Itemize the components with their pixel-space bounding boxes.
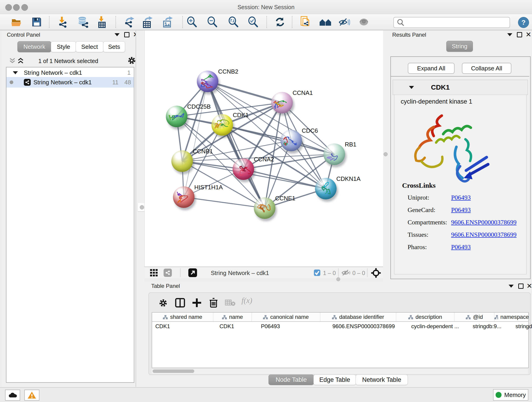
fit-selection-crosshair-icon[interactable] xyxy=(371,268,381,278)
network-node-CDK1[interactable] xyxy=(211,114,233,136)
panel-close-icon[interactable]: ✕ xyxy=(526,284,532,288)
crosslink-link[interactable]: P06493 xyxy=(451,194,471,201)
hide-glass-eye-icon[interactable] xyxy=(338,16,350,28)
crosslink-link[interactable]: P06493 xyxy=(451,206,471,214)
table-cell[interactable]: P06493 xyxy=(258,322,329,331)
tab-style[interactable]: Style xyxy=(51,41,76,52)
network-node-CCNB1[interactable] xyxy=(171,150,193,172)
cloud-status-button[interactable] xyxy=(5,390,20,401)
birds-eye-grid-icon[interactable] xyxy=(150,269,158,277)
show-columns-icon[interactable] xyxy=(175,298,185,307)
tab-network[interactable]: Network xyxy=(17,41,51,52)
import-network-from-database-icon[interactable] xyxy=(77,16,89,28)
table-cell[interactable]: 9606.ENSP00000378699 xyxy=(329,322,408,331)
panel-menu-icon[interactable] xyxy=(507,33,512,36)
collapse-all-button[interactable]: Collapse All xyxy=(462,63,511,74)
column-header-name[interactable]: name xyxy=(213,313,252,321)
column-header-shared-name[interactable]: shared name xyxy=(152,313,213,321)
panel-float-icon[interactable] xyxy=(124,32,129,37)
network-options-gear-icon[interactable] xyxy=(127,56,136,65)
export-network-icon[interactable] xyxy=(123,16,135,28)
panel-float-icon[interactable] xyxy=(517,32,522,37)
table-cell[interactable]: CDK1 xyxy=(152,322,216,331)
network-node-RB1[interactable] xyxy=(323,143,345,165)
panel-close-icon[interactable]: ✕ xyxy=(526,32,531,37)
toolbar-separator xyxy=(180,268,181,277)
export-table-icon[interactable] xyxy=(142,16,154,28)
network-node-CCNA1[interactable] xyxy=(271,92,293,114)
crosslink-link[interactable]: P06493 xyxy=(451,243,471,251)
memory-button[interactable]: Memory xyxy=(493,389,528,401)
network-node-CCNA2[interactable] xyxy=(233,158,254,180)
network-canvas[interactable]: CCNB2CCNA1CDC25BCDK1CDC6RB1CCNB1CCNA2CDK… xyxy=(144,31,384,267)
collapse-all-icon[interactable] xyxy=(9,57,17,64)
table-header-row: shared namenamecanonical namedatabase id… xyxy=(152,313,528,322)
tab-network-table[interactable]: Network Table xyxy=(355,375,408,385)
bottom-splitter-handle[interactable] xyxy=(336,277,340,281)
column-header-namespace[interactable]: namespace xyxy=(494,313,529,321)
zoom-out-icon[interactable] xyxy=(206,16,218,28)
column-header-description[interactable]: description xyxy=(396,313,455,321)
import-table-from-file-icon[interactable] xyxy=(96,16,108,28)
crosslink-link[interactable]: 9606.ENSP00000378699 xyxy=(451,231,516,238)
column-header-database-identifier[interactable]: database identifier xyxy=(320,313,396,321)
tab-select[interactable]: Select xyxy=(76,41,104,52)
collection-collapse-icon[interactable] xyxy=(13,71,18,74)
panel-menu-icon[interactable] xyxy=(509,285,514,288)
panel-float-icon[interactable] xyxy=(518,283,524,289)
protein-section-header[interactable]: CDK1 xyxy=(393,80,528,95)
search-input[interactable] xyxy=(406,19,510,26)
table-hscrollbar-thumb[interactable] xyxy=(152,370,194,373)
show-glass-eye-icon[interactable] xyxy=(358,16,370,28)
column-header--id[interactable]: @id xyxy=(455,313,494,321)
node-label-CCNA1: CCNA1 xyxy=(293,89,313,96)
warning-status-button[interactable] xyxy=(24,390,39,401)
function-builder-icon-disabled: f(x) xyxy=(241,296,252,305)
network-row-selected[interactable]: String Network – cdk1 11 48 xyxy=(6,77,134,88)
section-collapse-icon[interactable] xyxy=(409,86,414,89)
tab-string[interactable]: String xyxy=(446,41,473,52)
network-collection-row[interactable]: String Network – cdk1 1 xyxy=(6,68,134,77)
node-label-CDC6: CDC6 xyxy=(302,127,318,134)
expand-all-button[interactable]: Expand All xyxy=(408,63,455,74)
add-column-icon[interactable] xyxy=(192,298,202,307)
zoom-in-icon[interactable] xyxy=(186,16,198,28)
network-node-HIST1H1A[interactable] xyxy=(173,186,195,208)
tab-node-table[interactable]: Node Table xyxy=(268,375,314,385)
network-node-CDC25B[interactable] xyxy=(166,106,187,127)
table-cell[interactable]: stringdb:9... xyxy=(469,322,512,331)
column-header-canonical-name[interactable]: canonical name xyxy=(252,313,320,321)
export-image-icon[interactable] xyxy=(162,16,174,28)
table-cell[interactable]: CDK1 xyxy=(216,322,258,331)
import-network-from-file-icon[interactable] xyxy=(57,16,69,28)
selected-checkbox-icon[interactable] xyxy=(314,269,320,276)
table-gear-icon[interactable] xyxy=(158,298,168,307)
help-button[interactable]: ? xyxy=(518,17,529,28)
panel-menu-icon[interactable] xyxy=(114,33,120,36)
string-view-icon[interactable] xyxy=(164,269,172,277)
delete-column-icon[interactable] xyxy=(209,298,218,308)
network-node-CDKN1A[interactable] xyxy=(315,178,336,199)
update-layout-icon[interactable] xyxy=(274,16,286,28)
right-splitter-handle[interactable] xyxy=(384,152,388,156)
tab-sets[interactable]: Sets xyxy=(103,41,125,52)
table-cell[interactable]: stringdb xyxy=(512,322,532,331)
table-row[interactable]: CDK1CDK1P064939606.ENSP00000378699cyclin… xyxy=(152,322,528,331)
zoom-selected-icon[interactable] xyxy=(247,16,259,28)
open-in-new-window-icon[interactable] xyxy=(188,268,197,277)
network-node-CCNB2[interactable] xyxy=(197,70,218,92)
network-node-CCNE1[interactable] xyxy=(254,197,275,219)
save-session-icon[interactable] xyxy=(31,16,43,28)
table-cell[interactable]: cyclin-dependent ... xyxy=(408,322,469,331)
protein-structure-thumbnail xyxy=(171,150,193,172)
network-node-CDC6[interactable] xyxy=(280,130,302,151)
open-session-icon[interactable] xyxy=(11,16,22,28)
tab-edge-table[interactable]: Edge Table xyxy=(313,375,356,385)
crosslink-link[interactable]: 9606.ENSP00000378699 xyxy=(451,219,516,226)
string-import-icon[interactable] xyxy=(299,16,311,28)
table-hscrollbar[interactable] xyxy=(152,369,528,374)
expand-all-icon[interactable] xyxy=(17,57,25,64)
zoom-fit-icon[interactable] xyxy=(228,16,239,28)
search-field[interactable] xyxy=(393,17,510,28)
change-confidence-icon[interactable] xyxy=(319,16,331,28)
